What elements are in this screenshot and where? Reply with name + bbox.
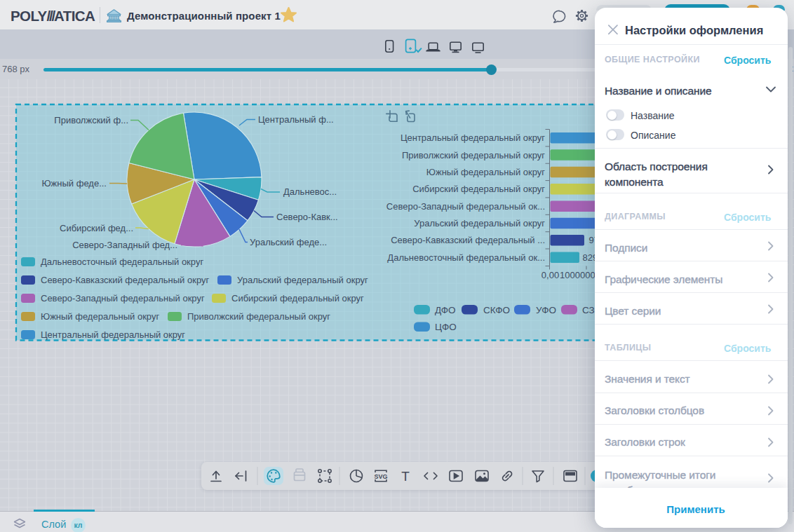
svg-text:Южный федеральный округ: Южный федеральный округ	[41, 311, 159, 322]
svg-text:Уральский феде...: Уральский феде...	[250, 237, 327, 247]
svg-text:Южный феде...: Южный феде...	[41, 178, 107, 189]
svg-text:T: T	[401, 469, 410, 484]
svg-text:ЦФО: ЦФО	[435, 322, 457, 332]
svg-text:Северо-Западный федеральный ок: Северо-Западный федеральный округ	[41, 293, 205, 303]
svg-text:Центральный федеральный округ: Центральный федеральный округ	[41, 329, 185, 340]
svg-text:Дальневосточный федеральный ок: Дальневосточный федеральный округ	[41, 257, 203, 267]
svg-text:ДФО: ДФО	[435, 305, 456, 315]
svg-text:Уральский федеральный округ: Уральский федеральный округ	[414, 218, 545, 229]
svg-text:Северо-Кавказский федеральный: Северо-Кавказский федеральный округ	[41, 275, 209, 285]
svg-text:SVG: SVG	[374, 473, 387, 480]
svg-text:Северо-Западный федеральный ок: Северо-Западный федеральный ок...	[386, 201, 545, 212]
svg-text:Северо-Кавк...: Северо-Кавк...	[276, 212, 338, 222]
svg-text:Сибирский федеральный округ: Сибирский федеральный округ	[412, 184, 545, 194]
svg-text:Северо-Кавказский федеральный: Северо-Кавказский федеральный ...	[391, 235, 545, 245]
svg-text:СКФО: СКФО	[483, 305, 510, 315]
svg-text:0,00: 0,00	[541, 270, 559, 280]
svg-text:УФО: УФО	[536, 305, 556, 315]
svg-text:Уральский федеральный округ: Уральский федеральный округ	[237, 275, 368, 285]
svg-text:Приволжский федеральный округ: Приволжский федеральный округ	[402, 150, 545, 161]
svg-text:Сибирский фед...: Сибирский фед...	[60, 223, 133, 233]
svg-text:Центральный ф...: Центральный ф...	[258, 114, 334, 125]
svg-text:Северо-Западный фед...: Северо-Западный фед...	[72, 240, 177, 250]
svg-text:Дальневос...: Дальневос...	[283, 186, 337, 197]
svg-text:Приволжский ф...: Приволжский ф...	[54, 115, 128, 125]
svg-text:Приволжский федеральный округ: Приволжский федеральный округ	[187, 311, 330, 322]
svg-text:Южный федеральный округ: Южный федеральный округ	[426, 167, 545, 177]
svg-text:Дальневосточный федеральный ок: Дальневосточный федеральный ок...	[387, 252, 545, 263]
svg-text:Сибирский федеральный округ: Сибирский федеральный округ	[231, 293, 364, 303]
svg-text:Центральный федеральный округ: Центральный федеральный округ	[401, 132, 545, 143]
